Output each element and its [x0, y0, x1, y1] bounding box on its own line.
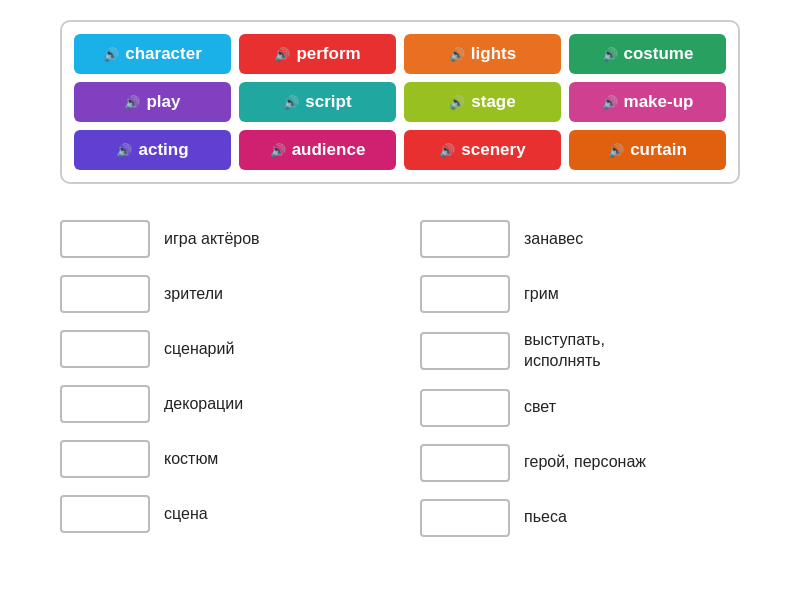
word-bank: 🔊character🔊perform🔊lights🔊costume🔊play🔊s…	[60, 20, 740, 184]
match-row-makeup-def: грим	[420, 267, 740, 322]
answer-box-perform-def[interactable]	[420, 332, 510, 370]
word-label-character: character	[125, 44, 202, 64]
speaker-icon: 🔊	[124, 95, 140, 110]
speaker-icon: 🔊	[602, 47, 618, 62]
word-btn-lights[interactable]: 🔊lights	[404, 34, 561, 74]
word-label-acting: acting	[138, 140, 188, 160]
match-section: игра актёровзрителисценарийдекорациикост…	[60, 212, 740, 546]
word-btn-play[interactable]: 🔊play	[74, 82, 231, 122]
answer-box-scenery-def[interactable]	[60, 385, 150, 423]
match-label-perform-def: выступать, исполнять	[524, 330, 605, 372]
word-btn-character[interactable]: 🔊character	[74, 34, 231, 74]
answer-box-curtain-def[interactable]	[420, 220, 510, 258]
match-label-audience-def: зрители	[164, 284, 223, 305]
match-label-character-def: герой, персонаж	[524, 452, 646, 473]
word-label-stage: stage	[471, 92, 515, 112]
match-label-acting-def: игра актёров	[164, 229, 260, 250]
match-row-play-def: пьеса	[420, 491, 740, 546]
speaker-icon: 🔊	[449, 95, 465, 110]
match-column-right: занавесгримвыступать, исполнятьсветгерой…	[420, 212, 740, 546]
match-row-audience-def: зрители	[60, 267, 380, 322]
match-label-scenery-def: декорации	[164, 394, 243, 415]
answer-box-audience-def[interactable]	[60, 275, 150, 313]
match-row-lights-def: свет	[420, 381, 740, 436]
speaker-icon: 🔊	[602, 95, 618, 110]
word-btn-curtain[interactable]: 🔊curtain	[569, 130, 726, 170]
match-label-play-def: пьеса	[524, 507, 567, 528]
match-row-costume-def: костюм	[60, 432, 380, 487]
word-label-play: play	[146, 92, 180, 112]
match-row-acting-def: игра актёров	[60, 212, 380, 267]
answer-box-costume-def[interactable]	[60, 440, 150, 478]
speaker-icon: 🔊	[270, 143, 286, 158]
speaker-icon: 🔊	[439, 143, 455, 158]
match-row-stage-def: сцена	[60, 487, 380, 542]
word-label-costume: costume	[624, 44, 694, 64]
word-label-audience: audience	[292, 140, 366, 160]
match-row-character-def: герой, персонаж	[420, 436, 740, 491]
word-label-curtain: curtain	[630, 140, 687, 160]
word-btn-perform[interactable]: 🔊perform	[239, 34, 396, 74]
match-row-curtain-def: занавес	[420, 212, 740, 267]
speaker-icon: 🔊	[283, 95, 299, 110]
word-label-script: script	[305, 92, 351, 112]
answer-box-stage-def[interactable]	[60, 495, 150, 533]
word-btn-scenery[interactable]: 🔊scenery	[404, 130, 561, 170]
speaker-icon: 🔊	[449, 47, 465, 62]
answer-box-script-def[interactable]	[60, 330, 150, 368]
speaker-icon: 🔊	[274, 47, 290, 62]
answer-box-makeup-def[interactable]	[420, 275, 510, 313]
speaker-icon: 🔊	[608, 143, 624, 158]
word-label-make-up: make-up	[624, 92, 694, 112]
answer-box-play-def[interactable]	[420, 499, 510, 537]
word-btn-make-up[interactable]: 🔊make-up	[569, 82, 726, 122]
match-column-left: игра актёровзрителисценарийдекорациикост…	[60, 212, 380, 546]
speaker-icon: 🔊	[103, 47, 119, 62]
word-label-scenery: scenery	[461, 140, 525, 160]
match-row-scenery-def: декорации	[60, 377, 380, 432]
speaker-icon: 🔊	[116, 143, 132, 158]
match-label-script-def: сценарий	[164, 339, 234, 360]
match-row-perform-def: выступать, исполнять	[420, 322, 740, 381]
word-label-perform: perform	[296, 44, 360, 64]
word-btn-stage[interactable]: 🔊stage	[404, 82, 561, 122]
word-btn-script[interactable]: 🔊script	[239, 82, 396, 122]
match-label-stage-def: сцена	[164, 504, 208, 525]
match-label-lights-def: свет	[524, 397, 556, 418]
match-label-costume-def: костюм	[164, 449, 218, 470]
match-row-script-def: сценарий	[60, 322, 380, 377]
match-label-makeup-def: грим	[524, 284, 559, 305]
word-btn-audience[interactable]: 🔊audience	[239, 130, 396, 170]
match-label-curtain-def: занавес	[524, 229, 583, 250]
word-label-lights: lights	[471, 44, 516, 64]
word-btn-acting[interactable]: 🔊acting	[74, 130, 231, 170]
answer-box-character-def[interactable]	[420, 444, 510, 482]
answer-box-acting-def[interactable]	[60, 220, 150, 258]
word-btn-costume[interactable]: 🔊costume	[569, 34, 726, 74]
answer-box-lights-def[interactable]	[420, 389, 510, 427]
